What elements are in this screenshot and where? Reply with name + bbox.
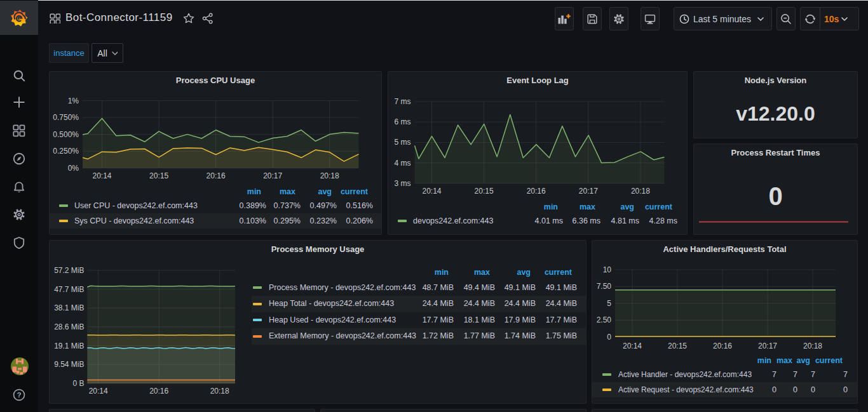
svg-text:20:17: 20:17: [579, 187, 598, 196]
svg-text:0%: 0%: [68, 164, 79, 173]
svg-text:20:17: 20:17: [263, 171, 282, 180]
svg-text:6 ms: 6 ms: [395, 117, 411, 126]
svg-text:20:17: 20:17: [758, 342, 777, 350]
svg-text:20:16: 20:16: [713, 342, 732, 350]
svg-text:7 ms: 7 ms: [395, 97, 411, 106]
svg-text:0.750%: 0.750%: [53, 113, 79, 122]
svg-text:20:16: 20:16: [527, 187, 546, 196]
svg-text:2.50: 2.50: [597, 316, 612, 324]
svg-text:20:18: 20:18: [803, 342, 822, 350]
svg-text:5 ms: 5 ms: [395, 138, 411, 147]
svg-text:20:18: 20:18: [631, 187, 650, 196]
svg-text:38.1 MiB: 38.1 MiB: [54, 303, 84, 312]
svg-text:4 ms: 4 ms: [395, 159, 411, 168]
svg-text:57.2 MiB: 57.2 MiB: [54, 266, 84, 275]
svg-text:9.54 MiB: 9.54 MiB: [54, 360, 84, 369]
svg-text:20:16: 20:16: [207, 171, 226, 180]
svg-text:19.1 MiB: 19.1 MiB: [54, 342, 84, 350]
svg-text:20:18: 20:18: [320, 171, 339, 180]
svg-text:47.7 MiB: 47.7 MiB: [54, 285, 84, 294]
svg-text:3 ms: 3 ms: [395, 179, 411, 188]
svg-text:0 B: 0 B: [72, 379, 84, 388]
svg-text:1%: 1%: [68, 96, 79, 105]
svg-text:5: 5: [607, 299, 611, 308]
svg-text:0: 0: [607, 333, 611, 342]
svg-text:7.50: 7.50: [597, 282, 612, 291]
svg-text:0.250%: 0.250%: [53, 147, 79, 156]
svg-text:0.500%: 0.500%: [53, 130, 79, 139]
svg-text:20:14: 20:14: [422, 187, 441, 196]
svg-text:20:15: 20:15: [668, 342, 687, 350]
svg-text:20:15: 20:15: [475, 187, 494, 196]
svg-text:20:14: 20:14: [92, 171, 111, 180]
svg-text:20:15: 20:15: [149, 171, 168, 180]
svg-text:10: 10: [603, 265, 612, 274]
svg-text:?: ?: [17, 390, 21, 399]
svg-text:20:18: 20:18: [210, 387, 229, 395]
svg-text:20:14: 20:14: [89, 387, 108, 395]
svg-text:20:16: 20:16: [149, 387, 168, 395]
svg-text:28.6 MiB: 28.6 MiB: [54, 322, 84, 331]
svg-text:20:14: 20:14: [623, 342, 642, 350]
